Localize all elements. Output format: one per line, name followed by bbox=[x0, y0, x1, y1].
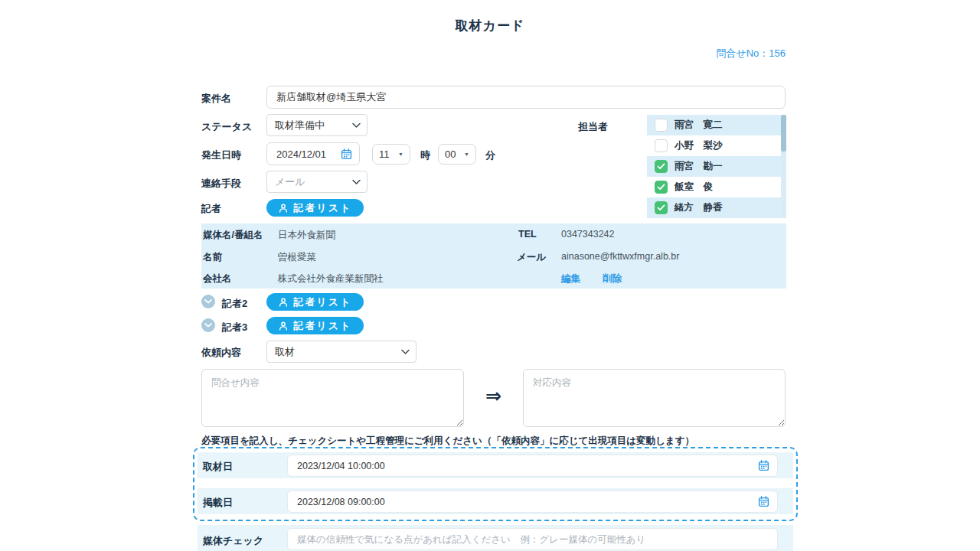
calendar-icon[interactable] bbox=[341, 148, 352, 160]
interview-date-label: 取材日 bbox=[203, 460, 233, 474]
page-title: 取材カード bbox=[0, 17, 980, 34]
response-content-textarea[interactable] bbox=[523, 369, 786, 427]
case-name-input[interactable] bbox=[266, 86, 786, 109]
publish-date-label: 掲載日 bbox=[203, 496, 233, 510]
triangle-down-icon: ▼ bbox=[464, 152, 469, 157]
interview-date-field[interactable]: 2023/12/04 10:00:00 bbox=[287, 455, 778, 477]
assignee-list: 雨宮 寛二 小野 梨沙 雨宮 勘一 飯室 俊 緒方 静香 bbox=[647, 115, 786, 218]
assignee-row[interactable]: 緒方 静香 bbox=[647, 197, 786, 218]
triangle-down-icon: ▼ bbox=[398, 152, 403, 157]
person-icon bbox=[279, 204, 288, 213]
scrollbar-thumb[interactable] bbox=[781, 115, 786, 152]
assignee-checkbox[interactable] bbox=[655, 160, 668, 173]
name-value: 曽根愛菜 bbox=[278, 251, 316, 264]
reporter2-collapse-chevron-icon[interactable] bbox=[201, 295, 215, 308]
occurred-date-field[interactable]: 2024/12/01 bbox=[266, 142, 360, 165]
company-label: 会社名 bbox=[203, 272, 232, 285]
tel-label: TEL bbox=[518, 229, 537, 240]
reporter3-list-button-label: 記者リスト bbox=[294, 319, 352, 333]
occurred-label: 発生日時 bbox=[201, 148, 241, 162]
inquiry-content-textarea[interactable] bbox=[201, 369, 464, 427]
assignee-checkbox[interactable] bbox=[655, 139, 668, 152]
interview-card-page: 取材カード 問合せNo：156 案件名 ステータス 取材準備中 担当者 雨宮 寛… bbox=[0, 0, 980, 551]
edit-link[interactable]: 編集 bbox=[561, 272, 580, 285]
reporter-list-button-label: 記者リスト bbox=[294, 201, 352, 215]
assignee-name: 緒方 静香 bbox=[675, 201, 723, 214]
case-name-label: 案件名 bbox=[201, 92, 231, 106]
minute-value: 00 bbox=[445, 148, 456, 160]
occurred-date-value: 2024/12/01 bbox=[276, 148, 326, 160]
minute-select[interactable]: 00▼ bbox=[438, 144, 476, 165]
company-value: 株式会社外食産業新聞社 bbox=[278, 272, 384, 285]
status-label: ステータス bbox=[201, 120, 252, 134]
request-type-select[interactable]: 取材 bbox=[266, 341, 416, 363]
reporter2-label: 記者2 bbox=[222, 297, 247, 311]
contact-method-label: 連絡手段 bbox=[201, 177, 241, 191]
delete-link[interactable]: 削除 bbox=[603, 272, 622, 285]
reporter-label: 記者 bbox=[201, 202, 221, 216]
contact-method-select[interactable]: メール bbox=[266, 171, 368, 193]
media-check-input[interactable] bbox=[287, 528, 778, 550]
calendar-icon[interactable] bbox=[758, 460, 769, 471]
interview-date-value: 2023/12/04 10:00:00 bbox=[297, 461, 385, 471]
reporter3-collapse-chevron-icon[interactable] bbox=[201, 318, 215, 332]
reporter3-list-button[interactable]: 記者リスト bbox=[266, 317, 364, 334]
minute-unit-label: 分 bbox=[485, 148, 495, 162]
status-select[interactable]: 取材準備中 bbox=[266, 114, 368, 136]
media-card: 媒体名/番組名 日本外食新聞 TEL 0347343242 名前 曽根愛菜 メー… bbox=[201, 223, 786, 289]
assignee-name: 雨宮 勘一 bbox=[675, 160, 723, 173]
reporter2-list-button-label: 記者リスト bbox=[294, 295, 352, 309]
name-label: 名前 bbox=[203, 251, 222, 264]
assignee-name: 雨宮 寛二 bbox=[675, 119, 723, 132]
assignee-checkbox[interactable] bbox=[655, 201, 668, 214]
publish-date-field[interactable]: 2023/12/08 09:00:00 bbox=[287, 491, 778, 513]
arrow-icon: ⇒ bbox=[485, 385, 501, 407]
publish-date-value: 2023/12/08 09:00:00 bbox=[297, 497, 385, 507]
note-text: 必要項目を記入し、チェックシートや工程管理にご利用ください（「依頼内容」に応じて… bbox=[201, 435, 694, 448]
assignee-scrollbar[interactable] bbox=[781, 115, 786, 218]
assignee-name: 飯室 俊 bbox=[675, 181, 713, 194]
tel-value: 0347343242 bbox=[561, 229, 615, 240]
hour-unit-label: 時 bbox=[420, 148, 430, 162]
assignee-checkbox[interactable] bbox=[655, 119, 668, 132]
mail-label: メール bbox=[517, 251, 546, 264]
assignee-row[interactable]: 飯室 俊 bbox=[647, 177, 786, 197]
assignee-row[interactable]: 雨宮 勘一 bbox=[647, 156, 786, 177]
calendar-icon[interactable] bbox=[758, 496, 769, 507]
request-type-label: 依頼内容 bbox=[201, 346, 241, 360]
media-name-value: 日本外食新聞 bbox=[278, 229, 335, 242]
assignee-row[interactable]: 雨宮 寛二 bbox=[647, 115, 786, 135]
hour-value: 11 bbox=[379, 148, 390, 160]
reporter2-list-button[interactable]: 記者リスト bbox=[266, 293, 364, 311]
media-name-label: 媒体名/番組名 bbox=[203, 229, 263, 242]
person-icon bbox=[279, 321, 288, 331]
media-check-label: 媒体チェック bbox=[203, 534, 263, 548]
reporter3-label: 記者3 bbox=[222, 321, 247, 334]
assignee-checkbox[interactable] bbox=[655, 181, 668, 194]
mail-value: ainasone@fkttwxfmgr.alb.br bbox=[561, 251, 679, 262]
inquiry-number: 問合せNo：156 bbox=[716, 47, 786, 60]
assignee-name: 小野 梨沙 bbox=[675, 139, 723, 152]
assignee-row[interactable]: 小野 梨沙 bbox=[647, 135, 786, 156]
assignees-label: 担当者 bbox=[578, 120, 608, 134]
reporter-list-button[interactable]: 記者リスト bbox=[266, 199, 364, 217]
person-icon bbox=[279, 298, 288, 307]
hour-select[interactable]: 11▼ bbox=[372, 144, 410, 165]
